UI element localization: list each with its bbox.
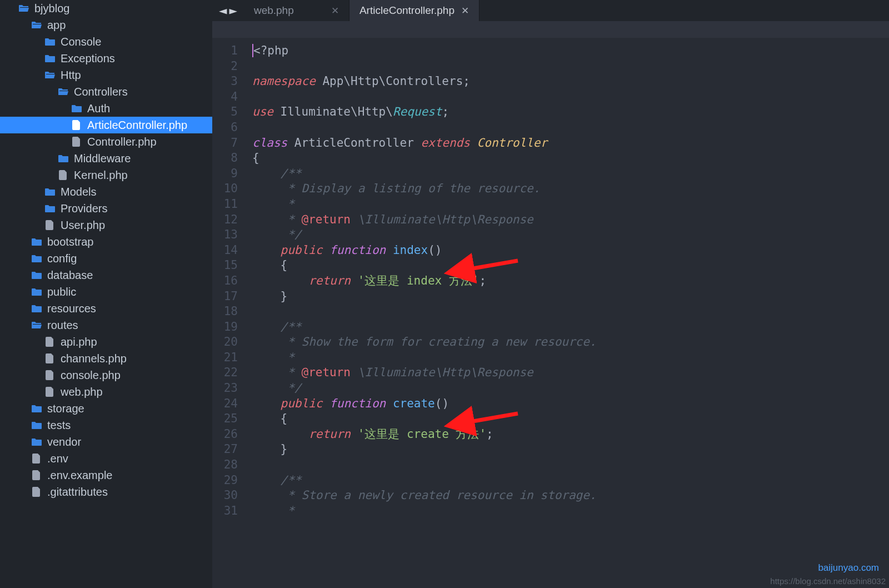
tree-file-api-php[interactable]: api.php [0,333,212,350]
tree-item-label: bjyblog [34,2,69,15]
tree-folder-auth[interactable]: Auth [0,100,212,117]
file-icon [31,470,43,480]
close-icon[interactable]: ✕ [331,5,339,17]
code-line[interactable] [252,120,889,136]
code-line[interactable]: return '这里是 create 方法'; [252,427,889,442]
tree-folder-bootstrap[interactable]: bootstrap [0,233,212,250]
folder-open-icon [31,321,43,330]
editor-tab-web-php[interactable]: web.php✕ [244,0,349,21]
folder-icon [31,254,43,263]
tree-folder-vendor[interactable]: vendor [0,433,212,450]
code-line[interactable]: } [252,289,889,305]
line-number-gutter: 1234567891011121314151617181920212223242… [212,38,248,588]
code-line[interactable]: <?php [252,43,889,59]
tree-item-label: app [47,19,66,32]
code-line[interactable]: * Display a listing of the resource. [252,181,889,197]
code-line[interactable]: public function index() [252,243,889,258]
tree-item-label: Auth [87,102,110,115]
code-line[interactable]: class ArticleController extends Controll… [252,136,889,151]
tree-folder-console[interactable]: Console [0,33,212,50]
tree-folder-bjyblog[interactable]: bjyblog [0,0,212,17]
code-line[interactable]: * [252,504,889,519]
tree-file-channels-php[interactable]: channels.php [0,350,212,367]
code-line[interactable]: * Store a newly created resource in stor… [252,488,889,504]
tab-label: ArticleController.php [359,4,455,17]
code-line[interactable]: use Illuminate\Http\Request; [252,104,889,120]
line-number: 26 [212,427,248,442]
tree-folder-http[interactable]: Http [0,67,212,83]
tree-folder-config[interactable]: config [0,250,212,267]
code-line[interactable]: * @return \Illuminate\Http\Response [252,212,889,228]
tree-folder-storage[interactable]: storage [0,400,212,417]
code-line[interactable]: public function create() [252,396,889,412]
tree-folder-app[interactable]: app [0,17,212,33]
tree-item-label: Controller.php [87,136,157,148]
tree-item-label: tests [47,419,71,432]
code-line[interactable]: return '这里是 index 方法'; [252,273,889,289]
code-line[interactable]: * @return \Illuminate\Http\Response [252,365,889,381]
code-line[interactable]: /** [252,320,889,335]
tree-item-label: channels.php [61,352,127,365]
nav-next-icon[interactable]: ► [229,4,237,17]
tree-file-web-php[interactable]: web.php [0,383,212,400]
code-line[interactable]: */ [252,381,889,396]
tree-folder-database[interactable]: database [0,267,212,283]
file-icon [71,120,83,130]
code-line[interactable] [252,89,889,105]
tree-folder-providers[interactable]: Providers [0,200,212,217]
code-line[interactable]: { [252,258,889,273]
tree-item-label: Exceptions [61,52,115,65]
code-line[interactable] [252,457,889,473]
file-tree-sidebar[interactable]: bjyblogappConsoleExceptionsHttpControlle… [0,0,212,588]
file-icon [31,454,43,464]
code-line[interactable]: { [252,411,889,427]
line-number: 1 [212,43,248,59]
tree-item-label: Console [61,36,101,48]
tree-item-label: .gitattributes [47,486,108,499]
watermark-link: baijunyao.com [818,562,879,574]
close-icon[interactable]: ✕ [461,5,469,17]
tree-file-user-php[interactable]: User.php [0,217,212,233]
tree-file--env[interactable]: .env [0,450,212,467]
tab-nav-arrows[interactable]: ◄ ► [212,0,244,21]
editor-pane: ◄ ► web.php✕ArticleController.php✕ 12345… [212,0,889,588]
tree-item-label: .env.example [47,469,112,482]
tree-folder-public[interactable]: public [0,283,212,300]
tree-file-controller-php[interactable]: Controller.php [0,133,212,150]
tree-file-console-php[interactable]: console.php [0,367,212,383]
code-line[interactable]: * [252,350,889,366]
tree-folder-routes[interactable]: routes [0,317,212,333]
tree-folder-controllers[interactable]: Controllers [0,83,212,100]
tree-file--env-example[interactable]: .env.example [0,467,212,484]
code-line[interactable]: /** [252,473,889,489]
code-line[interactable]: namespace App\Http\Controllers; [252,74,889,89]
code-content[interactable]: <?php namespace App\Http\Controllers; us… [248,38,889,588]
code-line[interactable]: /** [252,166,889,182]
tree-folder-exceptions[interactable]: Exceptions [0,50,212,67]
tree-folder-tests[interactable]: tests [0,417,212,433]
tree-folder-models[interactable]: Models [0,183,212,200]
tree-item-label: Controllers [74,86,128,98]
code-line[interactable]: */ [252,227,889,243]
tree-item-label: vendor [47,436,81,449]
code-line[interactable]: { [252,151,889,166]
editor-tab-articlecontroller-php[interactable]: ArticleController.php✕ [349,0,480,21]
code-line[interactable] [252,304,889,320]
line-number: 8 [212,151,248,166]
line-number: 28 [212,457,248,473]
tree-item-label: web.php [61,386,103,398]
tree-folder-resources[interactable]: resources [0,300,212,317]
tree-file-kernel-php[interactable]: Kernel.php [0,167,212,183]
tree-file--gitattributes[interactable]: .gitattributes [0,484,212,500]
code-area[interactable]: 1234567891011121314151617181920212223242… [212,38,889,588]
code-line[interactable]: * [252,197,889,212]
line-number: 3 [212,74,248,89]
nav-prev-icon[interactable]: ◄ [219,4,227,17]
tree-item-label: resources [47,302,96,315]
code-line[interactable] [252,59,889,74]
tree-file-articlecontroller-php[interactable]: ArticleController.php [0,117,212,133]
code-line[interactable]: * Show the form for creating a new resou… [252,335,889,350]
tree-folder-middleware[interactable]: Middleware [0,150,212,167]
code-line[interactable]: } [252,442,889,457]
tree-item-label: Models [61,186,96,198]
